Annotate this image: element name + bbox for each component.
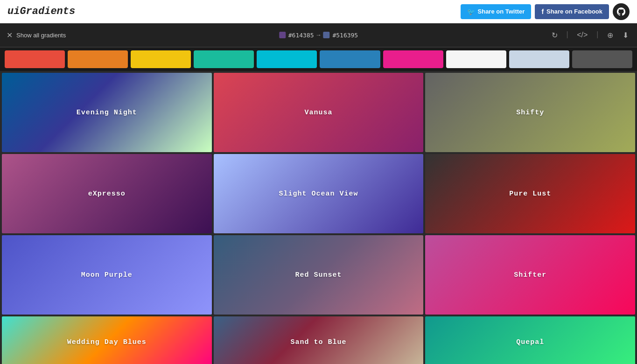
color2-dot <box>323 32 329 38</box>
github-button[interactable] <box>613 3 630 20</box>
site-logo[interactable]: uiGradients <box>7 6 75 17</box>
gradient-card[interactable]: Evening Night <box>2 73 212 152</box>
gradient-card[interactable]: Moon Purple <box>2 235 212 315</box>
color-filter-bar <box>0 48 637 71</box>
color2-hex: #516395 <box>332 32 358 39</box>
gradient-card-label: Evening Night <box>77 109 137 117</box>
twitter-icon: 🐦 <box>467 8 475 15</box>
gradient-card[interactable]: eXpresso <box>2 154 212 233</box>
gradient-card[interactable]: Pure Lust <box>425 154 635 233</box>
gradient-card-label: Slight Ocean View <box>279 190 358 198</box>
filter-swatch-white[interactable] <box>446 50 506 68</box>
refresh-button[interactable]: ↻ <box>550 29 560 42</box>
gradient-card[interactable]: Quepal <box>425 316 635 364</box>
facebook-icon: f <box>541 8 544 15</box>
gradient-card[interactable]: Vanusa <box>214 73 424 152</box>
header-bar-right: ↻ | </> | ⊕ ⬇ <box>550 29 630 42</box>
gradient-card-label: Shifter <box>514 271 546 279</box>
main-header: uiGradients 🐦 Share on Twitter f Share o… <box>0 0 637 23</box>
gradient-card-label: Quepal <box>516 338 544 346</box>
github-icon <box>617 7 625 16</box>
gradient-card-label: Pure Lust <box>509 190 551 198</box>
gradient-grid: Evening NightVanusaShiftyeXpressoSlight … <box>0 71 637 364</box>
gradient-color-info: #614385 → #516395 <box>279 32 358 39</box>
show-all-gradients-button[interactable]: ✕ Show all gradients <box>7 31 66 40</box>
facebook-share-label: Share on Facebook <box>546 8 602 15</box>
filter-swatch-blue[interactable] <box>320 50 380 68</box>
gradient-card[interactable]: Sand to Blue <box>214 316 424 364</box>
show-all-label: Show all gradients <box>16 32 66 39</box>
arrow-icon: → <box>317 32 321 39</box>
facebook-share-button[interactable]: f Share on Facebook <box>535 4 609 19</box>
filter-swatch-pink[interactable] <box>383 50 443 68</box>
close-icon: ✕ <box>7 31 13 40</box>
gradient-card[interactable]: Shifter <box>425 235 635 315</box>
gradient-card[interactable]: Wedding Day Blues <box>2 316 212 364</box>
filter-swatch-red[interactable] <box>5 50 65 68</box>
download-button[interactable]: ⬇ <box>621 29 630 42</box>
gradient-card-label: eXpresso <box>88 190 126 198</box>
color1-hex: #614385 <box>288 32 314 39</box>
color1-dot <box>279 32 286 38</box>
filter-swatch-yellow[interactable] <box>131 50 191 68</box>
add-button[interactable]: ⊕ <box>605 29 615 42</box>
gradient-card-label: Shifty <box>516 109 544 117</box>
gradient-card[interactable]: Red Sunset <box>214 235 424 315</box>
gradient-card-label: Moon Purple <box>81 271 133 279</box>
gradient-card-label: Red Sunset <box>295 271 342 279</box>
header-actions: 🐦 Share on Twitter f Share on Facebook <box>461 3 630 20</box>
gradient-card-label: Vanusa <box>304 109 332 117</box>
twitter-share-button[interactable]: 🐦 Share on Twitter <box>461 4 532 19</box>
gradient-control-bar: ✕ Show all gradients #614385 → #516395 ↻… <box>0 23 637 48</box>
gradient-card[interactable]: Slight Ocean View <box>214 154 424 233</box>
filter-swatch-light-gray[interactable] <box>509 50 569 68</box>
gradient-card[interactable]: Shifty <box>425 73 635 152</box>
twitter-share-label: Share on Twitter <box>478 8 525 15</box>
filter-swatch-green[interactable] <box>194 50 254 68</box>
gradient-card-label: Sand to Blue <box>290 338 346 346</box>
filter-swatch-dark-gray[interactable] <box>572 50 632 68</box>
filter-swatch-cyan[interactable] <box>257 50 317 68</box>
filter-swatch-orange[interactable] <box>68 50 128 68</box>
gradient-card-label: Wedding Day Blues <box>67 338 147 346</box>
code-button[interactable]: </> <box>575 29 589 41</box>
